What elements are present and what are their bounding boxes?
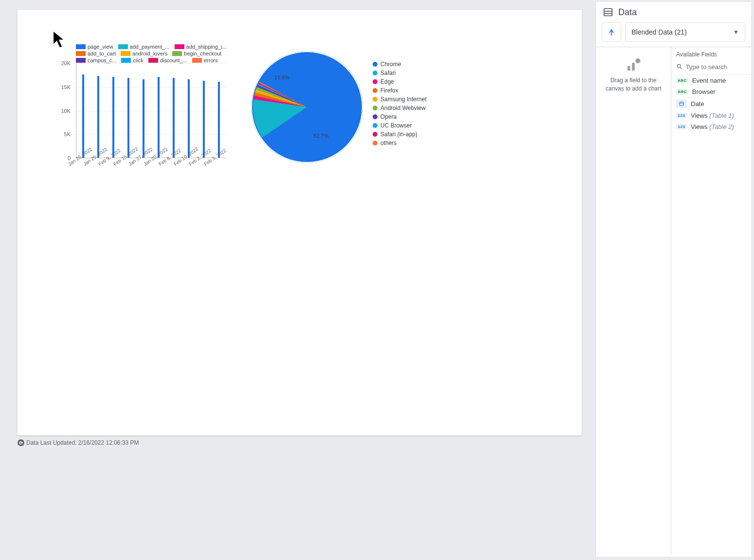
pie-legend-item: Firefox	[373, 87, 427, 94]
field-item[interactable]: Date	[671, 97, 751, 110]
bar-chart[interactable]: page_viewadd_payment_...add_shipping_i..…	[47, 44, 232, 65]
bar-chart-yaxis: 05K10K15K20K	[47, 63, 73, 158]
bar	[203, 81, 205, 158]
legend-item: campus_c...	[76, 57, 116, 63]
bar	[112, 77, 114, 158]
pie-chart[interactable]: 11.8% 82.7% ChromeSafariEdgeFirefoxSamsu…	[251, 51, 455, 163]
field-item[interactable]: 123Views (Table 1)	[671, 110, 751, 121]
legend-item: click	[121, 57, 143, 63]
chevron-down-icon: ▼	[733, 29, 739, 36]
pie-legend-item: Chrome	[373, 61, 427, 68]
fields-header: Available Fields	[671, 47, 751, 61]
datasource-select[interactable]: Blended Data (21) ▼	[625, 22, 745, 42]
bar	[143, 79, 144, 158]
pie-chart-legend: ChromeSafariEdgeFirefoxSamsung InternetA…	[373, 51, 427, 163]
legend-item: add_shipping_i...	[175, 44, 227, 50]
field-search-input[interactable]	[686, 63, 746, 71]
svg-rect-0	[604, 9, 612, 16]
data-table-icon	[603, 7, 613, 18]
pie-legend-item: others	[373, 140, 427, 146]
pie-chart-plot: 11.8% 82.7%	[251, 51, 363, 163]
available-fields: Available Fields ABCEvent nameABCBrowser…	[671, 47, 751, 555]
add-chart-icon	[626, 57, 641, 72]
legend-item: errors	[192, 57, 218, 63]
refresh-icon: ⟳	[18, 439, 24, 446]
bar-chart-plot	[76, 63, 227, 158]
svg-rect-4	[628, 66, 630, 71]
footer-status: ⟳ Data Last Updated: 2/16/2022 12:06:33 …	[18, 439, 144, 446]
bar	[188, 79, 190, 158]
data-panel: Data Blended Data (21) ▼ Drag a field to…	[595, 2, 751, 557]
search-icon	[676, 63, 683, 71]
legend-item: add_payment_...	[118, 44, 170, 50]
pie-legend-item: Safari (in-app)	[373, 131, 427, 138]
bar-chart-xaxis: Jan 26, 2022Jan 25, 2022Feb 9, 2022Feb 1…	[76, 160, 227, 184]
field-item[interactable]: ABCBrowser	[671, 86, 751, 97]
pie-legend-item: Safari	[373, 70, 427, 76]
bar	[97, 76, 99, 158]
legend-item: add_to_cart	[76, 51, 116, 56]
pie-label-safari: 11.8%	[274, 74, 289, 80]
bar-chart-legend: page_viewadd_payment_...add_shipping_i..…	[76, 44, 227, 63]
data-panel-title: Data	[618, 7, 637, 18]
report-canvas[interactable]: page_viewadd_payment_...add_shipping_i..…	[18, 10, 582, 435]
legend-item: page_view	[76, 44, 113, 50]
legend-item: begin_checkout	[172, 51, 221, 56]
bar	[218, 82, 220, 158]
svg-rect-11	[680, 102, 683, 106]
pie-legend-item: Android Webview	[373, 105, 427, 111]
field-search[interactable]	[671, 61, 751, 75]
pie-legend-item: Edge	[373, 78, 427, 85]
field-item[interactable]: 123Views (Table 2)	[671, 121, 751, 132]
svg-point-9	[677, 64, 681, 68]
blend-data-button[interactable]	[602, 22, 621, 42]
pie-legend-item: Samsung Internet	[373, 96, 427, 103]
legend-item: android_lovers	[121, 51, 167, 56]
bar	[127, 78, 129, 158]
bar	[158, 77, 160, 158]
last-updated-text: Data Last Updated: 2/16/2022 12:06:33 PM	[26, 439, 139, 446]
pie-label-chrome: 82.7%	[313, 133, 328, 139]
bar	[173, 78, 175, 158]
field-item[interactable]: ABCEvent name	[671, 75, 751, 86]
svg-rect-5	[632, 63, 634, 71]
legend-item: discount_...	[148, 57, 187, 63]
dropzone-hint: Drag a field to the canvas to add a char…	[596, 76, 671, 93]
datasource-label: Blended Data (21)	[631, 28, 687, 36]
bar	[82, 74, 84, 158]
data-panel-header: Data	[596, 2, 751, 22]
pie-legend-item: Opera	[373, 113, 427, 120]
pie-legend-item: UC Browser	[373, 122, 427, 129]
field-dropzone[interactable]: Drag a field to the canvas to add a char…	[596, 47, 671, 555]
svg-line-10	[681, 68, 682, 69]
blend-icon	[607, 27, 616, 37]
